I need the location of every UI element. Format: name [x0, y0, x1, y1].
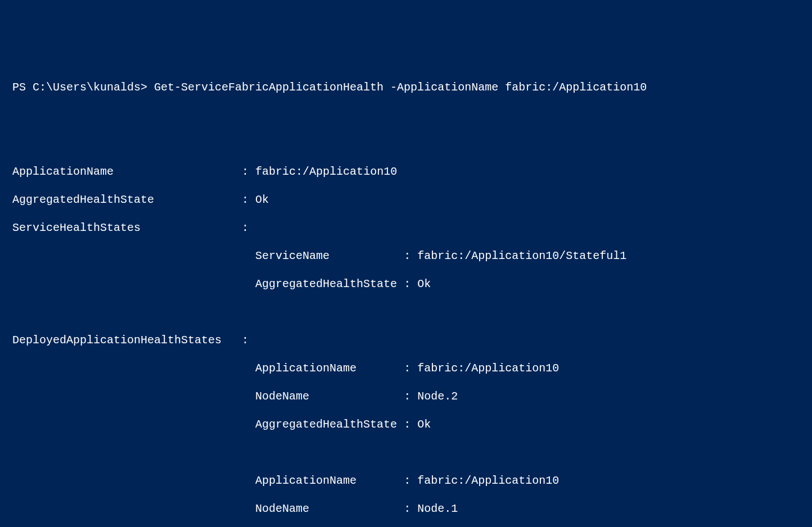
- row-deployed-0-nodename: NodeName : Node.2: [12, 389, 800, 403]
- indent: [12, 418, 255, 431]
- indent: [12, 278, 255, 290]
- blank-line: [12, 108, 800, 122]
- indent: [12, 474, 255, 487]
- row-application-name: ApplicationName : fabric:/Application10: [12, 165, 800, 179]
- blank-line: [12, 137, 800, 151]
- label: AggregatedHealthState: [12, 193, 235, 206]
- separator: :: [397, 278, 417, 290]
- label: ApplicationName: [12, 165, 235, 178]
- row-deployed-app-health: DeployedApplicationHealthStates :: [12, 333, 800, 347]
- row-deployed-1-nodename: NodeName : Node.1: [12, 502, 800, 516]
- indent: [12, 249, 255, 262]
- value: Node.2: [417, 390, 458, 403]
- separator: :: [397, 474, 417, 487]
- separator: :: [397, 249, 417, 262]
- value: Ok: [255, 193, 269, 206]
- separator: :: [397, 502, 417, 515]
- value: fabric:/Application10: [255, 165, 397, 178]
- row-deployed-1-appname: ApplicationName : fabric:/Application10: [12, 474, 800, 488]
- powershell-terminal[interactable]: PS C:\Users\kunalds> Get-ServiceFabricAp…: [12, 66, 800, 527]
- row-deployed-0-appname: ApplicationName : fabric:/Application10: [12, 361, 800, 375]
- value: Ok: [417, 278, 431, 290]
- row-service-name: ServiceName : fabric:/Application10/Stat…: [12, 249, 800, 263]
- label: DeployedApplicationHealthStates: [12, 334, 235, 347]
- blank-line: [12, 305, 800, 319]
- sub-label: NodeName: [255, 390, 397, 403]
- separator: :: [235, 334, 255, 347]
- command-text: Get-ServiceFabricApplicationHealth -Appl…: [154, 81, 647, 94]
- separator: :: [235, 165, 255, 178]
- row-aggregated-health: AggregatedHealthState : Ok: [12, 193, 800, 207]
- blank-line: [12, 446, 800, 460]
- indent: [12, 390, 255, 403]
- separator: :: [397, 362, 417, 375]
- indent: [12, 502, 255, 515]
- value: fabric:/Application10: [417, 362, 559, 375]
- sub-label: ServiceName: [255, 249, 397, 262]
- value: fabric:/Application10: [417, 474, 559, 487]
- value: Ok: [417, 418, 431, 431]
- row-service-agg-health: AggregatedHealthState : Ok: [12, 277, 800, 291]
- label: ServiceHealthStates: [12, 221, 235, 234]
- sub-label: NodeName: [255, 502, 397, 515]
- row-service-health-states: ServiceHealthStates :: [12, 221, 800, 235]
- value: fabric:/Application10/Stateful1: [417, 249, 626, 262]
- separator: :: [397, 418, 417, 431]
- sub-label: ApplicationName: [255, 474, 397, 487]
- separator: :: [397, 390, 417, 403]
- indent: [12, 362, 255, 375]
- sub-label: ApplicationName: [255, 362, 397, 375]
- sub-label: AggregatedHealthState: [255, 278, 397, 290]
- prompt-prefix: PS C:\Users\kunalds>: [12, 81, 154, 94]
- separator: :: [235, 221, 255, 234]
- sub-label: AggregatedHealthState: [255, 418, 397, 431]
- row-deployed-0-agghealth: AggregatedHealthState : Ok: [12, 417, 800, 431]
- command-line: PS C:\Users\kunalds> Get-ServiceFabricAp…: [12, 80, 800, 94]
- value: Node.1: [417, 502, 458, 515]
- separator: :: [235, 193, 255, 206]
